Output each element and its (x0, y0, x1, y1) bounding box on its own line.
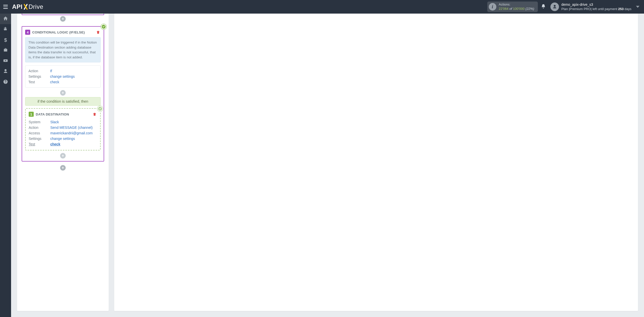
conditional-header: 4 CONDITIONAL LOGIC (IF/ELSE) (25, 30, 101, 35)
info-icon: i (489, 3, 496, 11)
row-dest-action-link[interactable]: Send MESSAGE (channel) (50, 126, 93, 130)
bell-icon (541, 4, 546, 10)
row-dest-settings-key: Settings (29, 137, 50, 141)
hamburger-button[interactable] (0, 0, 11, 14)
status-ok-badge (101, 24, 106, 29)
actions-pct: (22%) (526, 7, 534, 11)
row-dest-action: Action Send MESSAGE (channel) (29, 125, 97, 130)
user-text: demo_apix-drive_s3 Plan |Premium PRO| le… (561, 2, 631, 11)
user-icon (3, 69, 8, 75)
user-menu[interactable]: demo_apix-drive_s3 Plan |Premium PRO| le… (549, 2, 633, 11)
sidebar-videos[interactable] (0, 56, 11, 66)
sidebar-billing[interactable]: $ (0, 35, 11, 45)
add-step-button[interactable]: + (60, 16, 66, 22)
row-action: Action If (28, 68, 97, 74)
actions-usage-pill[interactable]: i Actions: 22'064 of 100'000 (22%) (487, 2, 538, 12)
workflow-panel: + 4 CONDITIONAL LOGIC (IF/ELSE) This con… (17, 14, 109, 311)
row-dest-test-key: Test (29, 142, 50, 146)
row-test-key: Test (28, 80, 50, 84)
destination-settings-box: System Slack Action Send MESSAGE (channe… (29, 119, 97, 147)
conditional-title: CONDITIONAL LOGIC (IF/ELSE) (32, 30, 85, 34)
row-settings-key: Settings (28, 74, 50, 78)
row-settings-link[interactable]: change settings (50, 74, 75, 78)
row-dest-settings-link[interactable]: change settings (50, 137, 75, 141)
briefcase-icon (3, 48, 8, 54)
home-icon (3, 16, 8, 22)
row-system-key: System (29, 120, 50, 124)
delete-conditional-button[interactable] (96, 30, 101, 35)
conditional-description: This condition will be triggered if in t… (25, 37, 101, 62)
row-system: System Slack (29, 119, 97, 125)
sidebar-tools[interactable] (0, 45, 11, 56)
main-area: + 4 CONDITIONAL LOGIC (IF/ELSE) This con… (11, 14, 644, 317)
prev-step-card-bottom (22, 14, 104, 15)
trash-icon (96, 30, 100, 34)
plan-name: Premium PRO (570, 7, 591, 11)
row-dest-settings: Settings change settings (29, 136, 97, 141)
dollar-icon: $ (4, 37, 7, 43)
avatar-icon (550, 3, 559, 11)
logo-x-icon (23, 4, 28, 10)
row-access-key: Access (29, 131, 50, 135)
actions-usage-text: Actions: 22'064 of 100'000 (22%) (499, 3, 534, 11)
destination-title: DATA DESTINATION (36, 112, 69, 116)
conditional-card: 4 CONDITIONAL LOGIC (IF/ELSE) This condi… (22, 26, 104, 162)
plan-days: 253 (618, 7, 624, 11)
row-dest-test-link[interactable]: check (50, 142, 60, 146)
sidebar-help[interactable] (0, 77, 11, 88)
row-test-link[interactable]: check (50, 80, 59, 84)
conditional-settings-box: Action If Settings change settings Test … (25, 65, 101, 88)
add-step-after-conditional-button[interactable]: + (60, 165, 66, 171)
check-icon (102, 25, 105, 29)
row-action-key: Action (28, 69, 50, 73)
destination-header: 1 DATA DESTINATION (29, 112, 97, 117)
row-dest-test: Test check (29, 141, 97, 147)
conditional-step-num: 4 (25, 30, 30, 35)
trash-icon (93, 112, 97, 116)
actions-used: 22'064 (499, 7, 509, 11)
row-action-link[interactable]: If (50, 69, 52, 73)
sitemap-icon (3, 26, 8, 33)
actions-max: 100'000 (513, 7, 525, 11)
check-icon (99, 107, 102, 111)
notifications-button[interactable] (538, 0, 549, 14)
row-test: Test check (28, 79, 97, 85)
condition-true-banner: if the condition is satisfied, then (25, 97, 101, 106)
row-access-link[interactable]: maverickandrii@gmail.com (50, 131, 93, 135)
help-icon (3, 79, 8, 86)
user-menu-caret[interactable] (633, 6, 642, 8)
user-name: demo_apix-drive_s3 (561, 2, 631, 7)
destination-card: 1 DATA DESTINATION System Slack Action (25, 108, 101, 150)
logo[interactable]: API Drive (12, 3, 43, 10)
plan-days-suffix: days (624, 7, 631, 11)
chevron-down-icon (636, 6, 639, 8)
add-inner-step-button[interactable]: + (60, 90, 66, 96)
top-navbar: API Drive i Actions: 22'064 of 100'000 (… (0, 0, 644, 14)
sidebar-account[interactable] (0, 66, 11, 77)
logo-suffix: Drive (29, 3, 44, 10)
row-dest-action-key: Action (29, 126, 50, 130)
left-sidebar: $ (0, 14, 11, 317)
plan-prefix: Plan | (561, 7, 570, 11)
actions-label: Actions: (499, 3, 534, 7)
actions-of: of (509, 7, 512, 11)
plan-mid: | left until payment (591, 7, 618, 11)
row-settings: Settings change settings (28, 74, 97, 79)
row-access: Access maverickandrii@gmail.com (29, 130, 97, 136)
right-panel (114, 14, 638, 311)
youtube-icon (3, 58, 8, 64)
logo-prefix: API (12, 3, 23, 10)
row-system-link[interactable]: Slack (50, 120, 59, 124)
add-after-destination-button[interactable]: + (60, 153, 66, 158)
destination-step-num: 1 (29, 112, 34, 117)
bars-icon (3, 4, 8, 10)
sidebar-home[interactable] (0, 14, 11, 24)
delete-destination-button[interactable] (92, 112, 97, 117)
status-ok-badge-dest (97, 106, 103, 111)
sidebar-connections[interactable] (0, 24, 11, 35)
